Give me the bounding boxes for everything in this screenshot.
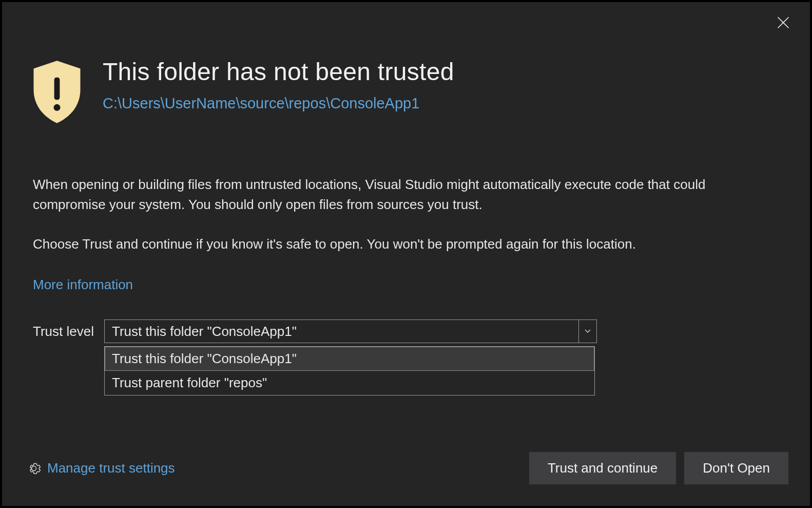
body-paragraph-2: Choose Trust and continue if you know it…: [33, 234, 726, 254]
trust-level-option[interactable]: Trust this folder "ConsoleApp1": [105, 347, 594, 371]
close-icon: [776, 15, 790, 30]
more-information-link[interactable]: More information: [33, 275, 133, 295]
shield-warning-icon: [29, 59, 85, 125]
trust-level-selected-value: Trust this folder "ConsoleApp1": [105, 320, 579, 343]
trust-and-continue-button[interactable]: Trust and continue: [529, 452, 676, 484]
chevron-down-icon: [585, 329, 591, 333]
trust-dialog: This folder has not been trusted C:\User…: [2, 2, 810, 506]
dialog-body: When opening or building files from untr…: [2, 125, 757, 319]
dialog-footer: Manage trust settings Trust and continue…: [2, 452, 810, 484]
folder-path: C:\Users\UserName\source\repos\ConsoleAp…: [103, 95, 454, 112]
trust-level-row: Trust level Trust this folder "ConsoleAp…: [2, 319, 810, 343]
svg-rect-2: [54, 78, 60, 100]
manage-trust-settings-link[interactable]: Manage trust settings: [27, 460, 175, 476]
manage-trust-settings-label: Manage trust settings: [47, 460, 175, 476]
close-button[interactable]: [772, 11, 795, 34]
trust-level-caret[interactable]: [579, 320, 596, 343]
trust-level-selectbox[interactable]: Trust this folder "ConsoleApp1": [104, 319, 597, 343]
dont-open-button[interactable]: Don't Open: [684, 452, 788, 484]
svg-point-3: [54, 104, 61, 111]
dialog-title: This folder has not been trusted: [103, 59, 454, 86]
trust-level-dropdown: Trust this folder "ConsoleApp1" Trust pa…: [104, 346, 595, 396]
gear-icon: [27, 461, 41, 476]
trust-level-label: Trust level: [33, 319, 94, 340]
trust-level-option[interactable]: Trust parent folder "repos": [105, 371, 594, 395]
header-text: This folder has not been trusted C:\User…: [103, 59, 454, 112]
trust-level-select[interactable]: Trust this folder "ConsoleApp1" Trust th…: [104, 319, 597, 343]
body-paragraph-1: When opening or building files from untr…: [33, 175, 726, 215]
dialog-header: This folder has not been trusted C:\User…: [2, 2, 810, 125]
dialog-actions: Trust and continue Don't Open: [529, 452, 788, 484]
